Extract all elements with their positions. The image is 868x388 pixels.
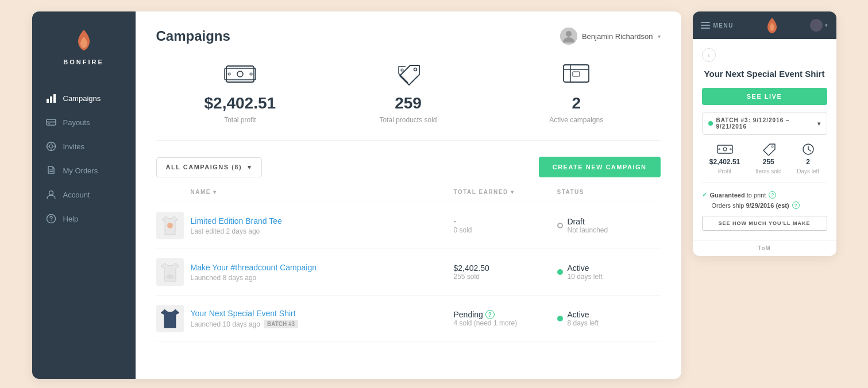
menu-label: MENU [713,22,734,29]
sidebar-item-my-orders[interactable]: My Orders [32,158,136,183]
mobile-back-button[interactable]: ‹ [702,48,716,62]
payouts-icon [46,117,56,127]
filter-dropdown[interactable]: ALL CAMPAIGNS (8) ▾ [156,157,262,177]
tom-label: ToM [758,245,771,251]
sidebar-item-help[interactable]: Help [32,207,136,231]
svg-point-25 [401,69,403,71]
sidebar-label-invites: Invites [63,142,85,151]
account-icon [46,189,56,200]
create-campaign-button[interactable]: CREATE NEW CAMPAIGN [539,157,661,177]
mobile-stat-days-left: 2 Days left [797,143,819,174]
avatar-svg [560,28,577,45]
svg-point-30 [167,223,173,228]
page-title: Campaigns [156,28,230,44]
campaigns-table: NAME TOTAL EARNED STATUS Limited Edition… [156,189,661,342]
mobile-stats: $2,402.51 Profit 255 Items sold [702,143,827,183]
mobile-tag-icon [761,143,777,156]
mobile-header: MENU ▾ [693,11,836,39]
mobile-clock-icon [800,143,816,156]
status-sub-2: 10 days left [568,273,603,281]
mobile-items-sold-value: 255 [763,158,774,166]
batch-label: BATCH #3: 9/12/2016 – 9/21/2016 [716,117,814,130]
product-name-2[interactable]: Make Your #threadcount Campaign [191,263,454,272]
status-dot-3 [557,316,563,321]
how-much-button[interactable]: SEE HOW MUCH YOU'LL MAKE [702,216,827,231]
flame-icon [74,29,94,54]
product-meta-2: Launched 8 days ago [191,274,454,282]
stat-profit: $2,402.51 Total profit [156,61,325,124]
svg-point-24 [414,68,416,71]
sidebar-item-payouts[interactable]: Payouts [32,110,136,134]
earned-sold-2: 255 sold [454,273,557,281]
hamburger-icon [701,22,710,29]
money-icon [224,61,256,87]
product-info-1: Limited Edition Brand Tee Last edited 2 … [191,216,454,235]
filter-label: ALL CAMPAIGNS (8) [166,164,242,170]
guarantee-info-icon[interactable]: ? [769,191,776,199]
batch-selector[interactable]: BATCH #3: 9/12/2016 – 9/21/2016 ▾ [702,112,827,135]
product-meta-3: Launched 10 days ago BATCH #3 [191,320,454,328]
svg-point-31 [166,274,174,279]
svg-point-22 [228,73,230,75]
status-badge-3: Active 8 days left [557,310,661,327]
svg-point-23 [250,73,252,75]
sidebar-label-payouts: Payouts [63,118,90,127]
mobile-body: ‹ Your Next Special Event Shirt SEE LIVE… [693,39,836,240]
svg-point-34 [718,149,719,150]
sidebar-item-account[interactable]: Account [32,183,136,207]
svg-point-35 [730,149,731,150]
batch-tag-3: BATCH #3 [264,320,298,328]
status-cell-2: Active 10 days left [557,263,661,281]
product-info-3: Your Next Special Event Shirt Launched 1… [191,309,454,328]
status-sub-1: Not launched [568,226,608,234]
status-badge-2: Active 10 days left [557,263,661,281]
col-name-header[interactable]: NAME [191,189,454,195]
status-dot-2 [557,269,563,275]
header-row: Campaigns Benjamin Richardson ▾ [156,28,661,45]
campaigns-icon [46,93,56,103]
guarantee-label: Guaranteed to print [710,192,766,199]
stat-active-value: 2 [572,94,581,112]
status-cell-3: Active 8 days left [557,310,661,327]
product-meta-1: Last edited 2 days ago [191,227,454,235]
col-status-header: STATUS [557,189,661,195]
product-thumbnail-2 [156,258,184,286]
mobile-stat-items-sold: 255 Items sold [755,143,782,174]
product-info-2: Make Your #threadcount Campaign Launched… [191,263,454,282]
product-thumbnail-3 [156,305,184,332]
sidebar-nav: Campaigns Payouts [32,86,136,231]
status-dot-1 [557,223,563,228]
svg-point-33 [723,148,727,151]
sidebar-item-campaigns[interactable]: Campaigns [32,86,136,110]
stat-active-label: Active campaigns [549,116,603,124]
product-name-3[interactable]: Your Next Special Event Shirt [191,309,454,318]
see-live-button[interactable]: SEE LIVE [702,88,827,105]
status-badge-1: Draft Not launched [557,217,661,234]
mobile-menu-button[interactable]: MENU [701,22,734,29]
mobile-stat-profit: $2,402.51 Profit [709,143,740,174]
toolbar: ALL CAMPAIGNS (8) ▾ CREATE NEW CAMPAIGN [156,157,661,177]
user-name: Benjamin Richardson [582,32,653,41]
svg-rect-20 [225,68,256,80]
col-earned-header[interactable]: TOTAL EARNED [454,189,557,195]
batch-chevron-icon: ▾ [817,121,821,127]
sidebar-label-my-orders: My Orders [63,166,98,175]
pending-info-icon: ? [485,310,495,319]
mobile-days-left-label: Days left [797,168,819,174]
sidebar-item-invites[interactable]: Invites [32,134,136,158]
avatar [560,28,577,45]
mobile-money-icon [717,143,733,156]
batch-dot [708,121,713,126]
svg-rect-4 [47,121,56,123]
earned-cell-1: - 0 sold [454,217,557,234]
ship-info-icon[interactable]: ? [792,201,800,209]
product-name-1[interactable]: Limited Edition Brand Tee [191,216,454,226]
sidebar: BONFIRE Campaigns [32,11,136,379]
mobile-profit-label: Profit [718,168,731,174]
sidebar-logo: BONFIRE [63,29,104,65]
chevron-down-icon: ▾ [658,33,661,40]
mobile-user-avatar[interactable]: ▾ [810,19,828,32]
mobile-flame-icon [766,17,778,33]
user-dropdown[interactable]: Benjamin Richardson ▾ [560,28,661,45]
stat-profit-label: Total profit [224,116,256,124]
